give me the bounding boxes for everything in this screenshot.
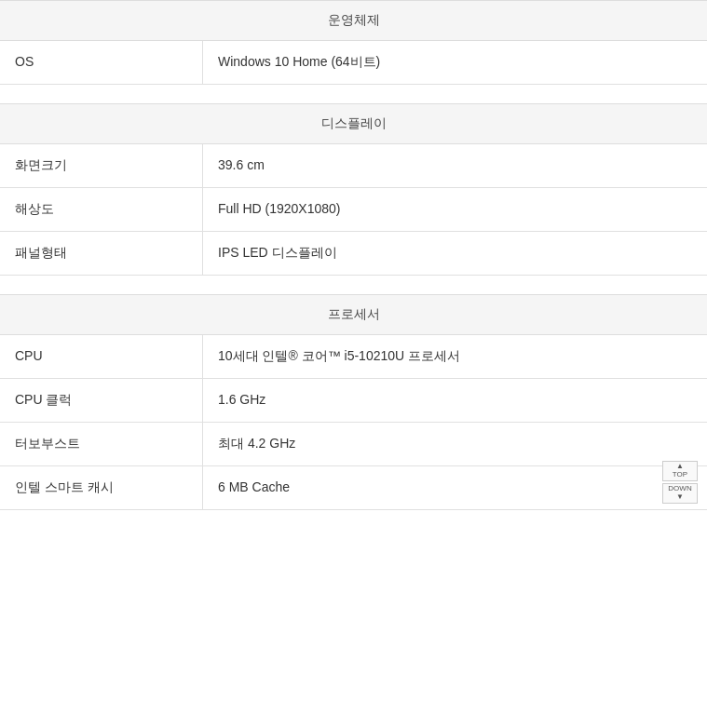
table-row: 인텔 스마트 캐시6 MB Cache▲TOPDOWN▼ bbox=[0, 466, 707, 510]
row-value: Full HD (1920X1080) bbox=[203, 188, 707, 231]
row-label: 터보부스트 bbox=[0, 423, 203, 465]
table-row: OSWindows 10 Home (64비트) bbox=[0, 41, 707, 85]
top-label: TOP bbox=[673, 471, 687, 479]
row-value: 6 MB Cache▲TOPDOWN▼ bbox=[203, 466, 707, 509]
row-label: CPU 클럭 bbox=[0, 379, 203, 422]
row-value: 39.6 cm bbox=[203, 144, 707, 187]
row-label: 인텔 스마트 캐시 bbox=[0, 466, 203, 509]
row-value: IPS LED 디스플레이 bbox=[203, 232, 707, 275]
row-value: 1.6 GHz bbox=[203, 379, 707, 422]
section-header-os-section: 운영체제 bbox=[0, 0, 707, 41]
row-label: 해상도 bbox=[0, 188, 203, 231]
row-label: 패널형태 bbox=[0, 232, 203, 275]
row-label: 화면크기 bbox=[0, 144, 203, 187]
section-header-display-section: 디스플레이 bbox=[0, 103, 707, 144]
row-value: Windows 10 Home (64비트) bbox=[203, 41, 707, 84]
row-value: 최대 4.2 GHz bbox=[203, 423, 707, 465]
table-row: CPU 클럭1.6 GHz bbox=[0, 379, 707, 423]
table-row: 터보부스트최대 4.2 GHz bbox=[0, 423, 707, 466]
table-row: CPU10세대 인텔® 코어™ i5-10210U 프로세서 bbox=[0, 335, 707, 379]
scroll-buttons-container: ▲TOPDOWN▼ bbox=[662, 461, 698, 504]
row-label: CPU bbox=[0, 335, 203, 378]
table-row: 해상도Full HD (1920X1080) bbox=[0, 188, 707, 232]
scroll-down-button[interactable]: DOWN▼ bbox=[662, 483, 698, 504]
down-arrow-icon: ▼ bbox=[676, 493, 684, 502]
row-label: OS bbox=[0, 41, 203, 84]
table-row: 화면크기39.6 cm bbox=[0, 144, 707, 188]
row-value: 10세대 인텔® 코어™ i5-10210U 프로세서 bbox=[203, 335, 707, 378]
scroll-top-button[interactable]: ▲TOP bbox=[662, 461, 698, 481]
spec-container: 운영체제OSWindows 10 Home (64비트)디스플레이화면크기39.… bbox=[0, 0, 707, 510]
section-header-processor-section: 프로세서 bbox=[0, 294, 707, 335]
table-row: 패널형태IPS LED 디스플레이 bbox=[0, 232, 707, 276]
